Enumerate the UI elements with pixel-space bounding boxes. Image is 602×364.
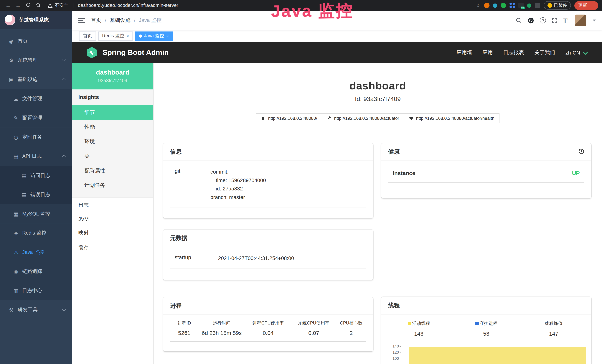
legend-value: 143 — [385, 331, 452, 337]
home-icon[interactable] — [34, 2, 42, 8]
extension-icon-5[interactable]: on — [518, 3, 524, 8]
legend-chip-yellow — [408, 322, 411, 325]
tab-java-monitor[interactable]: Java 监控 — [135, 31, 172, 41]
help-icon[interactable] — [540, 17, 546, 23]
sba-item-classes[interactable]: 类 — [72, 149, 153, 163]
sidebar-item-java-monitor[interactable]: Java 监控 — [0, 243, 72, 262]
extension-icon-4[interactable] — [509, 3, 515, 8]
breadcrumb-home[interactable]: 首页 — [91, 17, 101, 24]
instance-header[interactable]: dashboard 93a3fc7f7409 — [72, 63, 153, 90]
close-icon[interactable] — [166, 33, 169, 39]
sidebar-item-config-management[interactable]: 配置管理 — [0, 108, 72, 128]
sba-item-scheduled[interactable]: 计划任务 — [72, 178, 153, 193]
cell-value: 5261 — [172, 330, 197, 336]
font-size-icon[interactable] — [563, 17, 569, 23]
extension-icon-7[interactable] — [535, 3, 540, 8]
sidebar-item-infrastructure[interactable]: 基础设施 — [0, 70, 72, 89]
sidebar-item-label: 基础设施 — [18, 76, 38, 83]
sidebar-item-label: 链路追踪 — [22, 268, 42, 275]
update-button[interactable]: 更新 — [574, 1, 598, 10]
legend-item-peak: 线程峰值 147 — [520, 321, 588, 337]
sidebar-item-label: 日志中心 — [22, 287, 42, 294]
column-header: 运行时间 — [200, 320, 243, 326]
cell-value: 0.07 — [293, 330, 334, 336]
breadcrumb-infra[interactable]: 基础设施 — [110, 17, 130, 24]
info-card: 信息 git commit: time: 1596289704000 id: 2… — [163, 143, 373, 218]
sba-item-metrics[interactable]: 性能 — [72, 120, 153, 134]
avatar[interactable] — [575, 15, 586, 26]
reload-icon[interactable] — [24, 2, 32, 8]
chevron-down-icon[interactable] — [593, 20, 596, 21]
sba-header: Spring Boot Admin 应用墙 应用 日志报表 关于我们 zh-CN — [72, 42, 602, 63]
actuator-url-link[interactable]: http://192.168.0.2:48080/actuator — [322, 113, 404, 123]
fullscreen-icon[interactable] — [552, 17, 558, 23]
sba-item-jvm[interactable]: JVM — [72, 212, 153, 226]
health-url-link[interactable]: http://192.168.0.2:48080/actuator/health — [404, 113, 499, 123]
sidebar-item-log-center[interactable]: 日志中心 — [0, 281, 72, 300]
collapse-menu-icon[interactable] — [78, 18, 85, 23]
card-title: 健康 — [388, 148, 400, 155]
sba-item-environment[interactable]: 环境 — [72, 134, 153, 149]
security-label: 不安全 — [54, 2, 68, 9]
extension-icon-1[interactable] — [484, 3, 489, 8]
sba-item-logs[interactable]: 日志 — [72, 198, 153, 212]
extension-icon-3[interactable] — [500, 3, 506, 8]
url-text[interactable]: dashboard.yudao.iocoder.cn/infra/admin-s… — [78, 3, 178, 8]
sidebar-item-api-logs[interactable]: API 日志 — [0, 147, 72, 166]
history-icon[interactable] — [579, 148, 584, 155]
sidebar-item-system-management[interactable]: 系统管理 — [0, 51, 72, 70]
forward-icon[interactable]: → — [14, 2, 22, 8]
sba-item-caches[interactable]: 缓存 — [72, 240, 153, 255]
menu-dots-icon — [590, 3, 594, 8]
infra-icon — [9, 76, 14, 82]
sba-nav-journal[interactable]: 日志报表 — [503, 49, 524, 56]
sidebar-item-label: MySQL 监控 — [22, 211, 50, 217]
extension-icon-2[interactable] — [493, 3, 497, 8]
sidebar-item-trace[interactable]: 链路追踪 — [0, 262, 72, 281]
chevron-up-icon — [62, 78, 66, 82]
tab-home[interactable]: 首页 — [79, 31, 96, 41]
sidebar-item-dev-tools[interactable]: 研发工具 — [0, 300, 72, 320]
service-url-link[interactable]: http://192.168.0.2:48080/ — [256, 113, 322, 123]
metadata-value: 2021-04-27T00:44:31.254+08:00 — [218, 254, 294, 263]
sidebar-item-label: 系统管理 — [18, 57, 38, 64]
sba-item-mappings[interactable]: 映射 — [72, 226, 153, 240]
sidebar-item-home[interactable]: 首页 — [0, 32, 72, 51]
extension-icon-6[interactable] — [527, 3, 531, 8]
breadcrumb-separator: / — [105, 17, 106, 23]
sidebar-item-mysql-monitor[interactable]: MySQL 监控 — [0, 204, 72, 224]
paused-badge[interactable]: 已暂停 — [543, 1, 571, 10]
mysql-icon — [13, 211, 19, 217]
health-row-instance: Instance UP — [388, 170, 584, 183]
gear-icon — [9, 57, 14, 63]
sba-nav-applications[interactable]: 应用 — [483, 49, 493, 56]
annotation-text: Java 监控 — [271, 0, 353, 23]
sba-item-config-props[interactable]: 配置属性 — [72, 163, 153, 178]
sidebar-item-error-logs[interactable]: 错误日志 — [0, 185, 72, 204]
tab-label: Java 监控 — [144, 33, 164, 39]
heart-icon — [409, 116, 413, 120]
sidebar-item-scheduled-tasks[interactable]: 定时任务 — [0, 128, 72, 147]
sidebar-item-file-management[interactable]: 文件管理 — [0, 89, 72, 108]
back-icon[interactable]: ← — [4, 2, 12, 8]
sba-nav-wallboard[interactable]: 应用墙 — [457, 49, 472, 56]
sba-brand-title: Spring Boot Admin — [103, 48, 169, 57]
redis-icon — [13, 230, 19, 236]
sba-nav-about[interactable]: 关于我们 — [534, 49, 555, 56]
metadata-card: 元数据 startup 2021-04-27T00:44:31.254+08:0… — [163, 230, 373, 280]
sba-language-select[interactable]: zh-CN — [566, 50, 587, 55]
close-icon[interactable] — [126, 33, 129, 39]
app-logo-row[interactable]: 芋道管理系统 — [0, 11, 72, 29]
search-icon[interactable] — [516, 17, 522, 23]
security-warning[interactable]: 不安全 — [48, 2, 68, 9]
sidebar-item-redis-monitor[interactable]: Redis 监控 — [0, 224, 72, 243]
trace-icon — [13, 269, 19, 274]
sba-item-details[interactable]: 细节 — [72, 105, 153, 120]
home-icon — [261, 116, 266, 120]
bookmark-star-icon[interactable]: ☆ — [476, 2, 481, 8]
github-icon[interactable] — [528, 17, 534, 23]
sidebar-item-access-logs[interactable]: 访问日志 — [0, 166, 72, 185]
tab-redis-monitor[interactable]: Redis 监控 — [98, 31, 133, 41]
emoji-icon — [547, 3, 552, 8]
log-icon — [13, 153, 19, 159]
